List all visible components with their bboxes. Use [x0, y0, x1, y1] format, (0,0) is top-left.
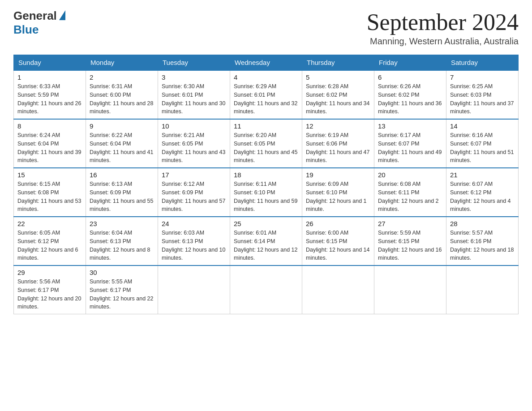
day-number: 20: [378, 171, 442, 179]
day-number: 12: [306, 122, 370, 130]
calendar-cell: 7Sunrise: 6:25 AMSunset: 6:03 PMDaylight…: [446, 70, 519, 119]
calendar-cell: 10Sunrise: 6:21 AMSunset: 6:05 PMDayligh…: [158, 119, 230, 168]
day-number: 29: [17, 269, 82, 276]
day-number: 11: [234, 122, 298, 130]
calendar-cell: [446, 265, 519, 314]
calendar-table: SundayMondayTuesdayWednesdayThursdayFrid…: [13, 55, 519, 314]
calendar-cell: 16Sunrise: 6:13 AMSunset: 6:09 PMDayligh…: [86, 168, 158, 217]
day-number: 2: [90, 73, 154, 81]
logo: General Blue: [13, 9, 65, 37]
day-number: 8: [17, 122, 82, 130]
day-number: 3: [162, 73, 226, 81]
weekday-header-friday: Friday: [374, 55, 446, 71]
calendar-cell: 27Sunrise: 5:59 AMSunset: 6:15 PMDayligh…: [374, 217, 446, 265]
day-info: Sunrise: 6:13 AMSunset: 6:09 PMDaylight:…: [90, 180, 154, 214]
page-header: General Blue September 2024 Manning, Wes…: [13, 9, 519, 47]
location-subtitle: Manning, Western Australia, Australia: [367, 36, 519, 47]
day-info: Sunrise: 5:55 AMSunset: 6:17 PMDaylight:…: [90, 278, 154, 311]
logo-triangle-icon: [59, 10, 65, 20]
title-area: September 2024 Manning, Western Australi…: [367, 9, 519, 47]
day-info: Sunrise: 6:00 AMSunset: 6:15 PMDaylight:…: [306, 229, 370, 262]
day-number: 9: [90, 122, 154, 130]
calendar-cell: 8Sunrise: 6:24 AMSunset: 6:04 PMDaylight…: [14, 119, 86, 168]
calendar-cell: 22Sunrise: 6:05 AMSunset: 6:12 PMDayligh…: [14, 217, 86, 265]
calendar-cell: 23Sunrise: 6:04 AMSunset: 6:13 PMDayligh…: [86, 217, 158, 265]
week-row-5: 29Sunrise: 5:56 AMSunset: 6:17 PMDayligh…: [14, 265, 519, 314]
day-info: Sunrise: 6:21 AMSunset: 6:05 PMDaylight:…: [162, 131, 226, 165]
day-info: Sunrise: 6:04 AMSunset: 6:13 PMDaylight:…: [90, 229, 154, 262]
day-info: Sunrise: 6:03 AMSunset: 6:13 PMDaylight:…: [162, 229, 226, 262]
day-number: 24: [162, 220, 226, 227]
day-info: Sunrise: 6:28 AMSunset: 6:02 PMDaylight:…: [306, 82, 370, 116]
calendar-cell: 2Sunrise: 6:31 AMSunset: 6:00 PMDaylight…: [86, 70, 158, 119]
calendar-cell: 6Sunrise: 6:26 AMSunset: 6:02 PMDaylight…: [374, 70, 446, 119]
weekday-header-sunday: Sunday: [14, 55, 86, 71]
day-info: Sunrise: 6:33 AMSunset: 5:59 PMDaylight:…: [17, 82, 82, 116]
calendar-cell: 14Sunrise: 6:16 AMSunset: 6:07 PMDayligh…: [446, 119, 519, 168]
week-row-1: 1Sunrise: 6:33 AMSunset: 5:59 PMDaylight…: [14, 70, 519, 119]
weekday-header-thursday: Thursday: [302, 55, 374, 71]
day-info: Sunrise: 6:09 AMSunset: 6:10 PMDaylight:…: [306, 180, 370, 214]
day-number: 22: [17, 220, 82, 227]
calendar-cell: 1Sunrise: 6:33 AMSunset: 5:59 PMDaylight…: [14, 70, 86, 119]
day-number: 17: [162, 171, 226, 179]
weekday-header-monday: Monday: [86, 55, 158, 71]
calendar-cell: 26Sunrise: 6:00 AMSunset: 6:15 PMDayligh…: [302, 217, 374, 265]
calendar-cell: [374, 265, 446, 314]
day-info: Sunrise: 6:07 AMSunset: 6:12 PMDaylight:…: [450, 180, 515, 214]
week-row-4: 22Sunrise: 6:05 AMSunset: 6:12 PMDayligh…: [14, 217, 519, 265]
weekday-header-row: SundayMondayTuesdayWednesdayThursdayFrid…: [14, 55, 519, 71]
day-number: 25: [234, 220, 298, 227]
day-number: 18: [234, 171, 298, 179]
weekday-header-wednesday: Wednesday: [230, 55, 302, 71]
day-info: Sunrise: 6:15 AMSunset: 6:08 PMDaylight:…: [17, 180, 82, 214]
calendar-cell: 30Sunrise: 5:55 AMSunset: 6:17 PMDayligh…: [86, 265, 158, 314]
day-number: 23: [90, 220, 154, 227]
week-row-3: 15Sunrise: 6:15 AMSunset: 6:08 PMDayligh…: [14, 168, 519, 217]
day-info: Sunrise: 6:11 AMSunset: 6:10 PMDaylight:…: [234, 180, 298, 214]
calendar-cell: 21Sunrise: 6:07 AMSunset: 6:12 PMDayligh…: [446, 168, 519, 217]
week-row-2: 8Sunrise: 6:24 AMSunset: 6:04 PMDaylight…: [14, 119, 519, 168]
day-info: Sunrise: 6:22 AMSunset: 6:04 PMDaylight:…: [90, 131, 154, 165]
day-info: Sunrise: 5:57 AMSunset: 6:16 PMDaylight:…: [450, 229, 515, 262]
calendar-cell: [158, 265, 230, 314]
day-number: 14: [450, 122, 515, 130]
day-number: 5: [306, 73, 370, 81]
day-info: Sunrise: 6:25 AMSunset: 6:03 PMDaylight:…: [450, 82, 515, 116]
calendar-cell: 20Sunrise: 6:08 AMSunset: 6:11 PMDayligh…: [374, 168, 446, 217]
day-info: Sunrise: 6:17 AMSunset: 6:07 PMDaylight:…: [378, 131, 442, 165]
day-number: 26: [306, 220, 370, 227]
day-info: Sunrise: 5:56 AMSunset: 6:17 PMDaylight:…: [17, 278, 82, 311]
day-number: 13: [378, 122, 442, 130]
day-number: 1: [17, 73, 82, 81]
calendar-cell: 5Sunrise: 6:28 AMSunset: 6:02 PMDaylight…: [302, 70, 374, 119]
day-number: 7: [450, 73, 515, 81]
day-info: Sunrise: 6:30 AMSunset: 6:01 PMDaylight:…: [162, 82, 226, 116]
calendar-cell: 25Sunrise: 6:01 AMSunset: 6:14 PMDayligh…: [230, 217, 302, 265]
logo-blue-text: Blue: [13, 23, 39, 37]
calendar-cell: 18Sunrise: 6:11 AMSunset: 6:10 PMDayligh…: [230, 168, 302, 217]
day-number: 21: [450, 171, 515, 179]
calendar-cell: 17Sunrise: 6:12 AMSunset: 6:09 PMDayligh…: [158, 168, 230, 217]
calendar-cell: 11Sunrise: 6:20 AMSunset: 6:05 PMDayligh…: [230, 119, 302, 168]
day-info: Sunrise: 6:19 AMSunset: 6:06 PMDaylight:…: [306, 131, 370, 165]
month-title: September 2024: [367, 9, 519, 35]
day-number: 4: [234, 73, 298, 81]
calendar-cell: 13Sunrise: 6:17 AMSunset: 6:07 PMDayligh…: [374, 119, 446, 168]
day-info: Sunrise: 6:20 AMSunset: 6:05 PMDaylight:…: [234, 131, 298, 165]
day-info: Sunrise: 6:05 AMSunset: 6:12 PMDaylight:…: [17, 229, 82, 262]
calendar-cell: [302, 265, 374, 314]
day-number: 27: [378, 220, 442, 227]
weekday-header-tuesday: Tuesday: [158, 55, 230, 71]
weekday-header-saturday: Saturday: [446, 55, 519, 71]
calendar-cell: 3Sunrise: 6:30 AMSunset: 6:01 PMDaylight…: [158, 70, 230, 119]
day-info: Sunrise: 6:01 AMSunset: 6:14 PMDaylight:…: [234, 229, 298, 262]
day-number: 16: [90, 171, 154, 179]
calendar-cell: 9Sunrise: 6:22 AMSunset: 6:04 PMDaylight…: [86, 119, 158, 168]
calendar-cell: 28Sunrise: 5:57 AMSunset: 6:16 PMDayligh…: [446, 217, 519, 265]
day-info: Sunrise: 6:08 AMSunset: 6:11 PMDaylight:…: [378, 180, 442, 214]
day-info: Sunrise: 6:31 AMSunset: 6:00 PMDaylight:…: [90, 82, 154, 116]
day-info: Sunrise: 6:12 AMSunset: 6:09 PMDaylight:…: [162, 180, 226, 214]
day-info: Sunrise: 6:26 AMSunset: 6:02 PMDaylight:…: [378, 82, 442, 116]
calendar-cell: 4Sunrise: 6:29 AMSunset: 6:01 PMDaylight…: [230, 70, 302, 119]
